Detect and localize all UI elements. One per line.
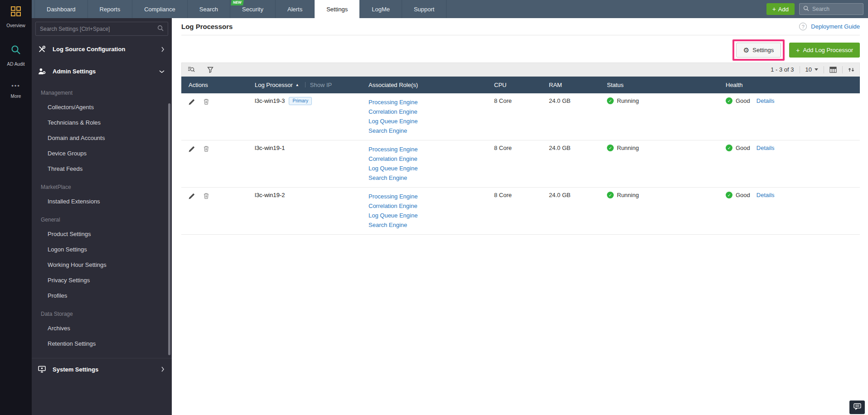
sidebar-item-collectors-agents[interactable]: Collectors/Agents — [32, 100, 172, 115]
log-processor-name: l3c-win19-1 — [255, 145, 285, 151]
sidebar-scrollbar[interactable] — [168, 103, 170, 355]
table-row: l3c-win19-2 Processing Engine Correlatio… — [181, 188, 860, 235]
global-search[interactable] — [799, 3, 863, 15]
status-ok-icon — [607, 192, 614, 198]
role-link[interactable]: Log Queue Engine — [369, 164, 494, 173]
sidebar-item-installed-extensions[interactable]: Installed Extensions — [32, 194, 172, 209]
role-link[interactable]: Correlation Engine — [369, 201, 494, 211]
delete-icon[interactable] — [203, 193, 209, 199]
edit-icon[interactable] — [189, 193, 195, 199]
column-chooser-icon[interactable] — [829, 67, 837, 73]
settings-sidebar: Log Source Configuration Admin Settings — [32, 18, 172, 415]
table-toolbar: 1 - 3 of 3 10 — [181, 63, 860, 77]
sidebar-item-logon-settings[interactable]: Logon Settings — [32, 242, 172, 257]
sidebar-item-profiles[interactable]: Profiles — [32, 288, 172, 304]
cpu-value: 8 Core — [494, 140, 549, 188]
ellipsis-icon: ••• — [11, 83, 20, 89]
sidebar-item-product-settings[interactable]: Product Settings — [32, 227, 172, 242]
details-link[interactable]: Details — [756, 97, 775, 104]
details-link[interactable]: Details — [756, 192, 775, 198]
add-log-processor-button[interactable]: + Add Log Processor — [789, 43, 860, 58]
nav-tab-reports[interactable]: Reports — [88, 0, 133, 18]
sidebar-item-threat-feeds[interactable]: Threat Feeds — [32, 161, 172, 177]
column-header-actions: Actions — [181, 77, 255, 93]
sidebar-item-retention-settings[interactable]: Retention Settings — [32, 336, 172, 352]
grid-icon — [10, 6, 21, 19]
column-header-status: Status — [607, 77, 726, 93]
toolbar-separator — [842, 66, 843, 73]
tools-icon — [38, 45, 53, 53]
column-header-ram: RAM — [549, 77, 607, 93]
divider — [181, 35, 860, 35]
column-header-log-processor[interactable]: Log ProcessorShow IP — [255, 77, 369, 93]
edit-icon[interactable] — [189, 146, 195, 152]
gear-icon: ⚙ — [743, 47, 749, 53]
nav-tab-support[interactable]: Support — [402, 0, 447, 18]
sidebar-item-technicians-roles[interactable]: Technicians & Roles — [32, 115, 172, 130]
nav-tab-search[interactable]: Search — [188, 0, 230, 18]
feedback-chat-button[interactable] — [849, 401, 865, 414]
cpu-value: 8 Core — [494, 93, 549, 140]
log-processor-name: l3c-win19-2 — [255, 192, 285, 198]
delete-icon[interactable] — [203, 98, 209, 105]
sidebar-search[interactable] — [35, 22, 168, 36]
column-search-icon[interactable] — [188, 66, 195, 73]
sidebar-item-working-hour-settings[interactable]: Working Hour Settings — [32, 257, 172, 273]
global-search-input[interactable] — [812, 6, 859, 12]
settings-button[interactable]: ⚙ Settings — [736, 43, 781, 58]
role-link[interactable]: Correlation Engine — [369, 107, 494, 116]
sidebar-item-device-groups[interactable]: Device Groups — [32, 146, 172, 161]
global-add-button[interactable]: + Add — [766, 3, 795, 15]
app-window: Overview AD Audit ••• More Dashboard Rep… — [0, 0, 868, 415]
role-link[interactable]: Log Queue Engine — [369, 116, 494, 126]
help-icon[interactable]: ? — [799, 23, 807, 30]
primary-badge: Primary — [289, 97, 311, 105]
sidebar-item-admin-settings[interactable]: Admin Settings — [32, 60, 172, 82]
health-text: Good — [736, 192, 750, 198]
health-ok-icon — [726, 145, 732, 151]
nav-tab-logme[interactable]: LogMe — [360, 0, 402, 18]
sidebar-item-domain-and-accounts[interactable]: Domain and Accounts — [32, 130, 172, 146]
role-link[interactable]: Search Engine — [369, 126, 494, 135]
role-link[interactable]: Processing Engine — [369, 192, 494, 201]
nav-tab-compliance[interactable]: Compliance — [132, 0, 188, 18]
role-link[interactable]: Search Engine — [369, 173, 494, 183]
magnifier-icon — [10, 44, 21, 57]
role-link[interactable]: Search Engine — [369, 220, 494, 230]
show-ip-toggle[interactable]: Show IP — [310, 82, 332, 88]
rail-item-overview[interactable]: Overview — [6, 6, 25, 28]
sidebar-item-log-source-configuration[interactable]: Log Source Configuration — [32, 38, 172, 60]
health-text: Good — [736, 97, 750, 104]
role-link[interactable]: Correlation Engine — [369, 154, 494, 164]
table-row: l3c-win19-1 Processing Engine Correlatio… — [181, 140, 860, 188]
sidebar-item-privacy-settings[interactable]: Privacy Settings — [32, 273, 172, 288]
rail-item-more[interactable]: ••• More — [11, 83, 21, 99]
column-header-health: Health — [726, 77, 860, 93]
delete-icon[interactable] — [203, 145, 209, 152]
status-ok-icon — [607, 97, 614, 104]
sidebar-search-input[interactable] — [40, 26, 157, 32]
details-link[interactable]: Details — [756, 145, 775, 151]
role-link[interactable]: Processing Engine — [369, 97, 494, 107]
edit-icon[interactable] — [189, 99, 195, 105]
plus-icon: + — [796, 47, 800, 53]
health-ok-icon — [726, 97, 732, 104]
sidebar-item-archives[interactable]: Archives — [32, 321, 172, 336]
filter-icon[interactable] — [207, 67, 213, 73]
role-link[interactable]: Log Queue Engine — [369, 211, 494, 220]
sidebar-item-system-settings[interactable]: System Settings — [32, 358, 172, 380]
nav-tab-security[interactable]: NEW Security — [230, 0, 276, 18]
table-row: l3c-win19-3Primary Processing Engine Cor… — [181, 93, 860, 140]
role-link[interactable]: Processing Engine — [369, 145, 494, 154]
admin-settings-menu: Management Collectors/Agents Technicians… — [32, 82, 172, 352]
nav-tab-alerts[interactable]: Alerts — [276, 0, 315, 18]
nav-tab-settings[interactable]: Settings — [315, 0, 360, 18]
rail-item-ad-audit[interactable]: AD Audit — [7, 44, 25, 67]
nav-tab-dashboard[interactable]: Dashboard — [34, 0, 88, 18]
refresh-icon[interactable] — [848, 67, 854, 73]
page-size-dropdown[interactable]: 10 — [805, 66, 818, 73]
deployment-guide-link[interactable]: Deployment Guide — [811, 23, 860, 30]
sort-ascending-icon — [296, 83, 299, 87]
chevron-right-icon — [161, 367, 165, 372]
ram-value: 24.0 GB — [549, 140, 607, 188]
